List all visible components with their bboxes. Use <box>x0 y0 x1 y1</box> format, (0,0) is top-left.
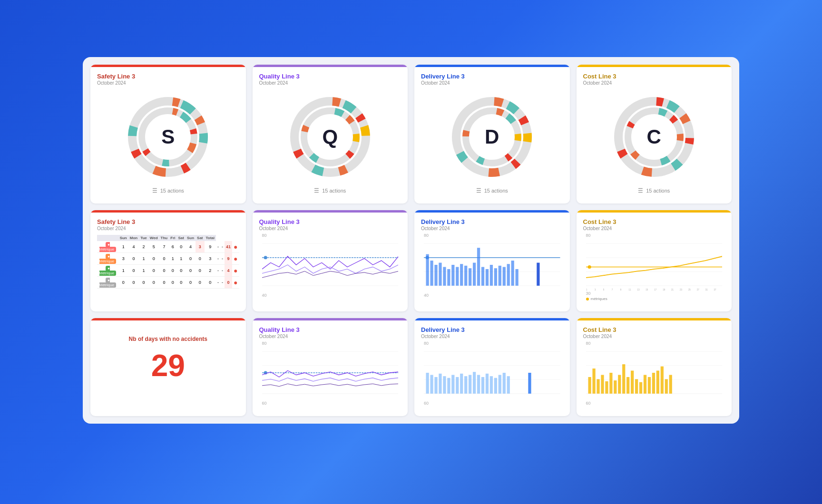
cell: 0 <box>159 253 169 265</box>
delivery-subtitle: October 2024 <box>421 80 563 86</box>
cell: - <box>216 241 220 253</box>
svg-text:3: 3 <box>594 289 596 291</box>
cell: 1 <box>176 253 185 265</box>
safety-donut-letter: S <box>147 116 189 158</box>
svg-rect-93 <box>511 261 514 286</box>
cost-bar2-title: Cost Line 3 <box>583 326 725 333</box>
svg-rect-129 <box>430 375 433 393</box>
cost-legend: métriques <box>586 297 723 301</box>
cost2-svg <box>586 347 723 399</box>
svg-rect-85 <box>477 248 480 286</box>
delivery-donut-letter: D <box>470 116 513 158</box>
cost-actions[interactable]: ☰ 15 actions <box>638 187 670 194</box>
d2-y-top: 80 <box>424 341 560 346</box>
delivery-bar-subtitle: October 2024 <box>421 226 563 231</box>
cell: - <box>220 253 225 265</box>
cb2-y-top: 80 <box>586 341 723 346</box>
svg-text:9: 9 <box>620 289 621 291</box>
svg-rect-131 <box>439 374 441 394</box>
svg-rect-166 <box>643 375 646 393</box>
actions-icon: ☰ <box>152 187 157 194</box>
svg-text:13: 13 <box>637 289 639 291</box>
svg-rect-92 <box>507 264 510 286</box>
delivery-bar-chart: 80 <box>421 231 563 301</box>
svg-rect-128 <box>426 373 429 394</box>
safety-subtitle: October 2024 <box>97 80 239 86</box>
svg-rect-73 <box>426 254 429 286</box>
quality-line-card: Quality Line 3 October 2024 80 <box>253 210 408 311</box>
status-dot: ● <box>234 255 237 262</box>
svg-text:15: 15 <box>646 289 648 291</box>
svg-text:37: 37 <box>714 289 716 291</box>
safety-actions[interactable]: ☰ 15 actions <box>152 187 184 194</box>
svg-text:7: 7 <box>611 289 613 291</box>
status-dot: ● <box>234 243 237 251</box>
svg-rect-168 <box>652 373 655 394</box>
cell: 0 <box>196 265 204 277</box>
cell: 3 <box>205 253 216 265</box>
quality2-svg <box>262 347 399 399</box>
delivery-actions[interactable]: ☰ 15 actions <box>476 187 508 194</box>
quality-line2-subtitle: October 2024 <box>259 334 401 339</box>
svg-rect-165 <box>639 382 642 394</box>
cost-line-subtitle: October 2024 <box>583 226 725 231</box>
svg-rect-148 <box>528 373 531 394</box>
safety-donut-wrapper: S <box>120 89 215 184</box>
svg-rect-140 <box>477 375 480 393</box>
svg-rect-159 <box>614 380 616 394</box>
svg-rect-158 <box>609 373 612 394</box>
cell: 4 <box>186 241 196 253</box>
cell: 2 <box>205 265 216 277</box>
svg-point-101 <box>587 265 591 269</box>
cell: - <box>220 265 225 277</box>
svg-rect-74 <box>430 261 433 286</box>
svg-rect-169 <box>656 371 659 394</box>
svg-rect-75 <box>434 265 437 286</box>
cb2-y-bottom: 60 <box>586 401 723 406</box>
quality-actions[interactable]: ☰ 15 actions <box>314 187 346 194</box>
quality-line2-title: Quality Line 3 <box>259 326 401 333</box>
delivery-title: Delivery Line 3 <box>421 73 563 80</box>
cost-line-card: Cost Line 3 October 2024 80 1 3 <box>577 210 732 311</box>
days-content: Nb of days with no accidents 29 <box>97 326 239 393</box>
cost-bar2-card: Cost Line 3 October 2024 80 <box>577 318 732 416</box>
table-row: ● Métrique 1 0 1 0 0 0 0 0 0 2 - - 4 <box>97 265 239 277</box>
cost-subtitle: October 2024 <box>583 80 725 86</box>
svg-text:21: 21 <box>671 289 674 291</box>
col-header-total: Total <box>205 235 216 241</box>
svg-rect-130 <box>434 377 437 394</box>
cost-title: Cost Line 3 <box>583 73 725 80</box>
svg-rect-156 <box>601 375 604 393</box>
svg-rect-153 <box>588 377 591 394</box>
col-header-8: Sun <box>186 235 196 241</box>
svg-rect-133 <box>447 378 450 394</box>
svg-rect-146 <box>503 373 506 394</box>
cell: 0 <box>176 265 185 277</box>
cell: - <box>216 277 220 289</box>
col-header-5: Thu <box>159 235 169 241</box>
quality-svg <box>262 239 399 291</box>
quality-subtitle: October 2024 <box>259 80 401 86</box>
quality-line2-card: Quality Line 3 October 2024 80 <box>253 318 408 416</box>
cell: 41 <box>225 241 232 253</box>
safety-days-card: Nb of days with no accidents 29 <box>90 318 246 416</box>
svg-text:27: 27 <box>696 289 699 291</box>
svg-rect-155 <box>597 379 599 393</box>
cell: 1 <box>118 241 128 253</box>
status-dot: ● <box>234 279 237 286</box>
cell: 0 <box>225 277 232 289</box>
col-header-7: Sat <box>176 235 185 241</box>
cell: 1 <box>169 253 176 265</box>
delivery-actions-icon: ☰ <box>476 187 481 194</box>
quality-actions-icon: ☰ <box>314 187 319 194</box>
quality-donut-wrapper: Q <box>283 89 378 184</box>
safety-table-card: Safety Line 3 October 2024 Sun Mon Tue W… <box>90 210 246 311</box>
svg-rect-132 <box>443 376 446 394</box>
metric-3: ● Métrique <box>99 266 116 276</box>
q2-y-top: 80 <box>262 341 399 346</box>
svg-text:1: 1 <box>586 289 587 291</box>
cell: 1 <box>139 265 148 277</box>
quality-line-chart: 80 40 <box>259 231 401 301</box>
cost-actions-label: 15 actions <box>646 188 670 194</box>
svg-rect-142 <box>486 374 489 394</box>
